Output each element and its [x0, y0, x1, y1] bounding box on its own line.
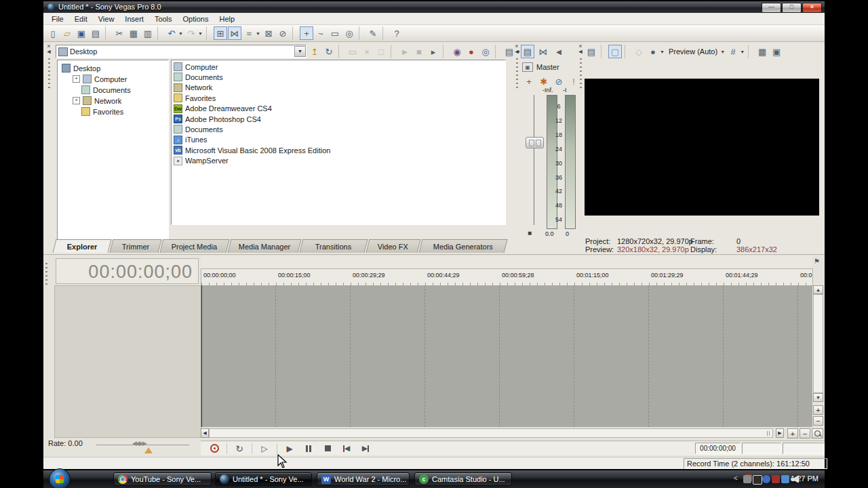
marker-tool-button[interactable]: ⚑ [814, 257, 823, 266]
pause-button[interactable] [302, 443, 315, 454]
menu-view[interactable]: View [93, 13, 120, 25]
tab-project-media[interactable]: Project Media [160, 239, 230, 253]
menu-options[interactable]: Options [178, 13, 214, 25]
insert-fx-button[interactable]: + [522, 75, 536, 88]
copy-button[interactable]: ▦ [127, 26, 140, 40]
track-view[interactable] [201, 285, 812, 427]
open-button[interactable]: ▱ [60, 26, 74, 40]
auto-ripple-button[interactable]: ≈ [242, 26, 256, 40]
preview-grip[interactable]: ×◄ [576, 43, 585, 91]
file-item[interactable]: ×WampServer [174, 156, 229, 166]
media-manager-button[interactable]: ● [465, 45, 478, 58]
redo-dropdown-arrow[interactable]: ▼ [197, 31, 203, 36]
tab-media-generators[interactable]: Media Generators [419, 239, 508, 253]
timeline-zoom-in-button[interactable]: + [787, 428, 798, 439]
new-folder-button[interactable]: ▭ [346, 45, 359, 58]
master-fader-handle[interactable] [526, 137, 544, 148]
tab-media-manager[interactable]: Media Manager [228, 239, 302, 253]
current-time-display[interactable]: 00:00:00;00 [56, 258, 199, 284]
dim-output-button[interactable]: ◄ [552, 45, 566, 58]
tab-explorer[interactable]: Explorer [53, 239, 112, 253]
address-combobox[interactable]: Desktop ▼ [56, 45, 307, 58]
taskbar-button-4[interactable]: cCamtasia Studio - U... [414, 472, 512, 486]
file-item[interactable]: PsAdobe Photoshop CS4 [174, 114, 261, 124]
file-item[interactable]: Favorites [174, 93, 216, 103]
hscroll-resize-grip[interactable] [767, 431, 771, 436]
menu-edit[interactable]: Edit [69, 13, 93, 25]
interactive-tutorials-button[interactable]: ✎ [366, 26, 380, 40]
file-item[interactable]: ♪iTunes [174, 135, 208, 145]
zoom-edit-tool-button[interactable]: ◎ [342, 26, 356, 40]
vscroll-up-button[interactable]: ▲ [813, 285, 823, 294]
undo-dropdown-arrow[interactable]: ▼ [178, 31, 184, 36]
undo-button[interactable]: ↶ [165, 26, 178, 40]
mixer-grip[interactable]: ×◄ [513, 43, 521, 91]
minimize-button[interactable]: — [762, 3, 781, 13]
restore-button[interactable]: □ [782, 3, 802, 13]
tab-transitions[interactable]: Transitions [300, 239, 368, 253]
file-item[interactable]: Computer [174, 62, 218, 72]
new-project-button[interactable]: ▯ [46, 26, 60, 40]
vscroll-down-button[interactable]: ▼ [813, 393, 823, 402]
add-to-favorites-button[interactable]: □ [374, 45, 388, 58]
taskbar-button-2[interactable]: Untitled * - Sony Ve... [215, 472, 312, 486]
preview-quality-dropdown-arrow[interactable]: ▼ [659, 49, 665, 54]
selection-start-box[interactable]: 00:00:00;00 [695, 443, 741, 454]
menu-insert[interactable]: Insert [119, 13, 149, 25]
track-height-zoom-out-button[interactable]: − [813, 416, 823, 426]
zoom-tool-button[interactable] [812, 428, 823, 439]
hscroll-thumb[interactable] [209, 428, 773, 438]
cut-button[interactable]: ✂ [113, 26, 126, 40]
overlays-dropdown-arrow[interactable]: ▼ [739, 49, 745, 54]
tab-trimmer[interactable]: Trimmer [110, 239, 162, 253]
play-from-start-button[interactable]: ▷ [258, 443, 271, 454]
file-item[interactable]: Network [174, 83, 212, 93]
master-meter-right[interactable] [565, 95, 576, 229]
start-button[interactable] [49, 468, 71, 488]
downmix-output-button[interactable]: ⋈ [536, 45, 550, 58]
start-preview-button[interactable]: ► [398, 45, 412, 58]
copy-snapshot-button[interactable]: ▦ [755, 45, 769, 58]
external-monitor-button[interactable]: ▢ [608, 45, 622, 58]
tree-item-favorites[interactable]: Favorites [73, 106, 123, 117]
hscroll-right-button[interactable]: ▶ [776, 428, 784, 438]
timeline-grip[interactable] [45, 259, 47, 287]
go-to-start-button[interactable]: ◀ [340, 443, 353, 454]
tray-icon-3[interactable] [762, 475, 770, 483]
address-dropdown-arrow[interactable]: ▼ [294, 46, 306, 57]
bus-settings-button[interactable]: ✱ [537, 75, 551, 88]
record-button[interactable] [208, 443, 221, 454]
selection-edit-tool-button[interactable]: ▭ [328, 26, 342, 40]
tree-item-computer[interactable]: +Computer [73, 74, 127, 84]
stop-button[interactable] [321, 443, 334, 454]
tab-video-fx[interactable]: Video FX [366, 239, 421, 253]
envelope-edit-tool-button[interactable]: ~ [314, 26, 328, 40]
video-output-fx-button[interactable]: ◇ [632, 45, 646, 58]
file-item[interactable]: Documents [174, 72, 223, 82]
ignore-event-grouping-button[interactable]: ⊘ [276, 26, 290, 40]
preview-quality-button[interactable]: ● [646, 45, 660, 58]
delete-button[interactable]: × [360, 45, 374, 58]
vscroll-thumb[interactable] [813, 294, 823, 393]
whats-this-help-button[interactable]: ? [390, 26, 403, 40]
normal-edit-tool-button[interactable]: + [300, 26, 313, 40]
save-snapshot-button[interactable]: ▣ [770, 45, 783, 58]
bus-window-icon[interactable]: ▣ [522, 62, 533, 72]
preview-quality-mode-dropdown-arrow[interactable]: ▼ [719, 49, 726, 54]
tree-item-documents[interactable]: Documents [73, 85, 131, 95]
automatic-crossfades-button[interactable]: ⋈ [228, 26, 241, 40]
enable-snapping-button[interactable]: ⊞ [214, 26, 227, 40]
close-button[interactable]: × [802, 3, 822, 13]
lock-envelopes-button[interactable]: ⊠ [262, 26, 275, 40]
hscroll-left-button[interactable]: ◀ [201, 428, 209, 438]
selection-length-box[interactable] [783, 443, 825, 454]
fader-lock-icon[interactable]: ■ [528, 229, 532, 237]
mixer-properties-button[interactable]: ▤ [521, 45, 534, 58]
file-item[interactable]: DwAdobe Dreamweaver CS4 [174, 104, 272, 114]
project-properties-button[interactable]: ▤ [89, 26, 102, 40]
tree-item-desktop[interactable]: Desktop [62, 63, 100, 73]
paste-button[interactable]: ▥ [141, 26, 155, 40]
stop-preview-button[interactable]: ■ [412, 45, 426, 58]
file-item[interactable]: vbMicrosoft Visual Basic 2008 Express Ed… [174, 145, 330, 155]
tray-icon-5[interactable] [781, 475, 789, 483]
